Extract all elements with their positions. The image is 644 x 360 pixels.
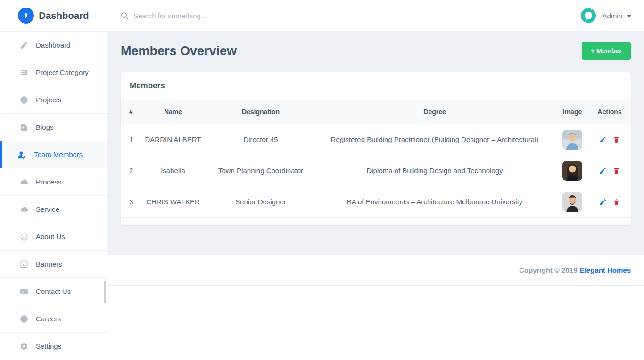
contact-card-icon	[20, 287, 28, 296]
sidebar-item-process[interactable]: Process	[0, 168, 107, 196]
sidebar-item-label: Settings	[36, 342, 61, 350]
members-card: Members # Name Designation Degree Image …	[121, 72, 631, 225]
elegant-homes-link[interactable]: Elegant Homes	[580, 266, 631, 274]
row-number: 1	[121, 124, 138, 155]
table-header-row: # Name Designation Degree Image Actions	[121, 100, 631, 124]
sidebar-item-project-category[interactable]: Project Category	[0, 59, 107, 86]
sidebar-item-service[interactable]: Service	[0, 196, 107, 223]
pencil-icon	[20, 41, 28, 50]
member-degree: Registered Building Practitioner (Buildi…	[313, 124, 556, 155]
sidebar: Dashboard Dashboard Project Category Pro…	[0, 0, 107, 360]
sidebar-item-label: Banners	[36, 260, 62, 268]
brand-gem-icon	[18, 8, 34, 24]
member-name: Isabella	[138, 155, 208, 186]
table-row: 1 DARRIN ALBERT Director 45 Registered B…	[121, 124, 631, 155]
cloud-icon	[20, 178, 28, 186]
card-header: Members	[121, 72, 631, 100]
search-input[interactable]	[133, 12, 331, 20]
smiley-icon	[20, 233, 28, 241]
footer: Copyright © 2019 Elegant Homes	[107, 255, 644, 286]
cloud-icon	[20, 205, 28, 214]
trash-icon	[613, 198, 620, 206]
member-photo	[562, 161, 582, 181]
sidebar-item-label: Blogs	[36, 123, 54, 131]
user-menu[interactable]: Admin	[579, 7, 632, 25]
sidebar-nav: Dashboard Project Category Projects Blog…	[0, 32, 107, 360]
row-number: 2	[121, 155, 138, 186]
search-icon	[121, 12, 129, 20]
sidebar-item-label: Process	[36, 178, 61, 186]
page-title: Members Overview	[121, 44, 237, 59]
user-avatar	[579, 7, 597, 25]
sidebar-item-contact-us[interactable]: Contact Us	[0, 278, 107, 305]
chevron-down-icon	[627, 15, 632, 17]
sidebar-item-label: Service	[36, 205, 59, 213]
column-header-actions: Actions	[588, 100, 631, 124]
member-designation: Senior Designer	[208, 186, 313, 218]
sidebar-item-label: Team Members	[34, 151, 83, 159]
trash-icon	[613, 136, 620, 143]
edit-pencil-icon	[599, 167, 607, 175]
circle-dots-icon	[20, 315, 28, 323]
member-name: DARRIN ALBERT	[138, 124, 208, 155]
page-header: Members Overview + Member	[121, 42, 631, 60]
delete-button[interactable]	[613, 198, 620, 206]
card-title: Members	[130, 81, 165, 90]
check-circle-icon	[20, 96, 28, 104]
sidebar-item-about-us[interactable]: About Us	[0, 223, 107, 251]
members-table: # Name Designation Degree Image Actions …	[121, 100, 631, 218]
table-row: 3 CHRIS WALKER Senior Designer BA of Env…	[121, 186, 631, 218]
content: Members Overview + Member Members # Name…	[107, 32, 644, 255]
delete-button[interactable]	[613, 136, 620, 143]
member-degree: Diploma of Building Design and Technolog…	[313, 155, 556, 186]
main-area: Admin Members Overview + Member Members …	[107, 0, 644, 360]
member-degree: BA of Environments – Architecture Melbou…	[313, 186, 556, 218]
edit-button[interactable]	[599, 136, 607, 143]
brand-title: Dashboard	[39, 10, 89, 21]
person-check-icon	[18, 151, 26, 159]
delete-button[interactable]	[613, 167, 620, 175]
user-name: Admin	[602, 12, 622, 20]
sidebar-item-projects[interactable]: Projects	[0, 86, 107, 114]
member-designation: Town Planning Coordinator	[208, 155, 313, 186]
edit-pencil-icon	[599, 198, 607, 206]
sidebar-item-careers[interactable]: Careers	[0, 305, 107, 333]
sidebar-item-label: Careers	[36, 315, 61, 323]
sidebar-item-banners[interactable]: Banners	[0, 251, 107, 278]
member-photo	[562, 130, 582, 150]
row-number: 3	[121, 186, 138, 218]
search-bar	[121, 12, 579, 20]
member-name: CHRIS WALKER	[138, 186, 208, 218]
sidebar-item-label: About Us	[36, 233, 65, 241]
category-list-icon	[20, 68, 28, 77]
copyright-text: Copyright © 2019	[519, 266, 578, 274]
image-frame-icon	[20, 260, 28, 268]
column-header-designation: Designation	[208, 100, 313, 124]
gear-icon	[20, 342, 28, 351]
sidebar-item-settings[interactable]: Settings	[0, 333, 107, 360]
column-header-name: Name	[138, 100, 208, 124]
column-header-num: #	[121, 100, 138, 124]
sidebar-item-label: Project Category	[36, 68, 89, 76]
edit-button[interactable]	[599, 167, 607, 175]
table-row: 2 Isabella Town Planning Coordinator Dip…	[121, 155, 631, 186]
blog-file-icon	[20, 123, 28, 132]
sidebar-item-label: Dashboard	[36, 41, 70, 49]
sidebar-item-dashboard[interactable]: Dashboard	[0, 32, 107, 59]
member-designation: Director 45	[208, 124, 313, 155]
topbar: Admin	[107, 0, 644, 32]
sidebar-scrollbar[interactable]	[104, 281, 106, 303]
edit-button[interactable]	[599, 198, 607, 206]
edit-pencil-icon	[599, 136, 607, 143]
brand[interactable]: Dashboard	[0, 0, 107, 32]
sidebar-item-label: Contact Us	[36, 287, 71, 295]
sidebar-item-label: Projects	[36, 96, 61, 104]
sidebar-item-team-members[interactable]: Team Members	[0, 141, 107, 168]
sidebar-item-blogs[interactable]: Blogs	[0, 114, 107, 141]
column-header-image: Image	[556, 100, 588, 124]
trash-icon	[613, 167, 620, 175]
member-photo	[562, 192, 582, 212]
add-member-button[interactable]: + Member	[582, 42, 631, 60]
column-header-degree: Degree	[313, 100, 556, 124]
